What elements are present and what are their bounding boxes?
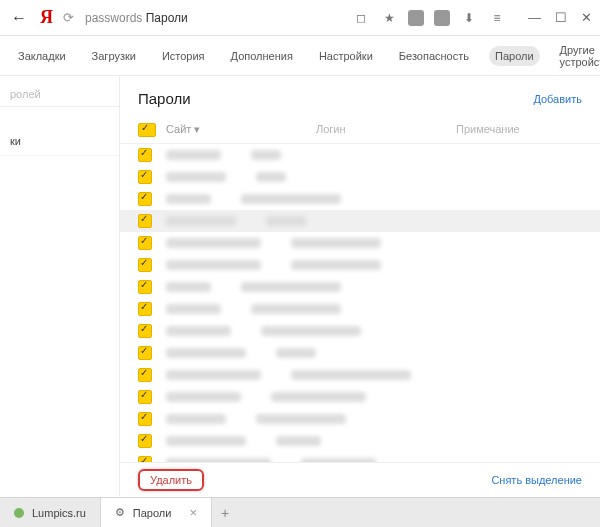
toolbar-icons: ◻ ★ ⬇ ≡ (352, 9, 506, 27)
sidebar-search[interactable]: ролей (0, 82, 119, 107)
tab-settings[interactable]: Настройки (313, 46, 379, 66)
table-row[interactable] (120, 144, 600, 166)
extension-icon[interactable]: ◻ (352, 9, 370, 27)
row-checkbox[interactable] (138, 412, 152, 426)
login-cell (266, 216, 306, 226)
table-row[interactable] (120, 430, 600, 452)
row-checkbox[interactable] (138, 302, 152, 316)
site-cell (166, 326, 231, 336)
tab-other-devices[interactable]: Другие устройства (554, 40, 600, 72)
page-title: Пароли (138, 90, 191, 107)
close-tab-icon[interactable]: × (189, 505, 197, 520)
tab-label: Пароли (133, 507, 172, 519)
col-site[interactable]: Сайт ▾ (166, 123, 316, 137)
login-cell (241, 194, 341, 204)
row-checkbox[interactable] (138, 170, 152, 184)
minimize-button[interactable]: — (528, 10, 541, 25)
close-window-button[interactable]: ✕ (581, 10, 592, 25)
site-cell (166, 150, 221, 160)
row-checkbox[interactable] (138, 148, 152, 162)
tab-passwords[interactable]: Пароли (489, 46, 540, 66)
maximize-button[interactable]: ☐ (555, 10, 567, 25)
row-checkbox[interactable] (138, 434, 152, 448)
site-cell (166, 238, 261, 248)
site-cell (166, 370, 261, 380)
site-cell (166, 436, 246, 446)
table-row[interactable] (120, 386, 600, 408)
row-checkbox[interactable] (138, 192, 152, 206)
col-note: Примечание (456, 123, 582, 137)
login-cell (256, 414, 346, 424)
row-checkbox[interactable] (138, 324, 152, 338)
table-row[interactable] (120, 320, 600, 342)
browser-tab-strip: Lumpics.ru ⚙ Пароли × + (0, 497, 600, 527)
row-checkbox[interactable] (138, 346, 152, 360)
adblock-icon[interactable] (408, 10, 424, 26)
content-area: ролей ки Пароли Добавить Сайт ▾ Логин Пр… (0, 76, 600, 496)
main-panel: Пароли Добавить Сайт ▾ Логин Примечание … (120, 76, 600, 496)
login-cell (251, 150, 281, 160)
table-row[interactable] (120, 298, 600, 320)
tab-downloads[interactable]: Загрузки (86, 46, 142, 66)
bookmark-star-icon[interactable]: ★ (380, 9, 398, 27)
tab-bookmarks[interactable]: Закладки (12, 46, 72, 66)
table-footer: Удалить Снять выделение (120, 462, 600, 496)
window-controls: — ☐ ✕ (528, 10, 592, 25)
table-row[interactable] (120, 342, 600, 364)
row-checkbox[interactable] (138, 258, 152, 272)
table-row[interactable] (120, 254, 600, 276)
site-cell (166, 414, 226, 424)
tab-history[interactable]: История (156, 46, 211, 66)
table-header: Сайт ▾ Логин Примечание (120, 117, 600, 144)
row-checkbox[interactable] (138, 236, 152, 250)
menu-icon[interactable]: ≡ (488, 9, 506, 27)
new-tab-button[interactable]: + (212, 505, 238, 521)
sidebar-item[interactable]: ки (0, 127, 119, 156)
select-all-checkbox[interactable] (138, 123, 156, 137)
yandex-logo[interactable]: Я (40, 7, 53, 28)
address-bar[interactable]: passwords Пароли (85, 11, 346, 25)
site-cell (166, 216, 236, 226)
table-row[interactable] (120, 188, 600, 210)
tab-addons[interactable]: Дополнения (225, 46, 299, 66)
site-cell (166, 194, 211, 204)
delete-button[interactable]: Удалить (138, 469, 204, 491)
login-cell (276, 436, 321, 446)
site-cell (166, 348, 246, 358)
login-cell (256, 172, 286, 182)
row-checkbox[interactable] (138, 214, 152, 228)
table-row[interactable] (120, 408, 600, 430)
add-button[interactable]: Добавить (533, 93, 582, 105)
table-row[interactable] (120, 364, 600, 386)
back-button[interactable]: ← (8, 9, 30, 27)
site-cell (166, 392, 241, 402)
deselect-button[interactable]: Снять выделение (491, 474, 582, 486)
download-icon[interactable]: ⬇ (460, 9, 478, 27)
row-checkbox[interactable] (138, 390, 152, 404)
table-body (120, 144, 600, 474)
table-row[interactable] (120, 166, 600, 188)
table-row[interactable] (120, 276, 600, 298)
login-cell (291, 260, 381, 270)
site-cell (166, 282, 211, 292)
favicon-icon (14, 508, 24, 518)
gear-icon: ⚙ (115, 506, 125, 519)
site-cell (166, 260, 261, 270)
main-header: Пароли Добавить (120, 76, 600, 117)
address-path: passwords (85, 11, 142, 25)
tab-security[interactable]: Безопасность (393, 46, 475, 66)
login-cell (291, 370, 411, 380)
passwords-table: Сайт ▾ Логин Примечание (120, 117, 600, 496)
row-checkbox[interactable] (138, 368, 152, 382)
shield-icon[interactable] (434, 10, 450, 26)
reload-icon[interactable]: ⟳ (63, 10, 79, 25)
settings-nav: Закладки Загрузки История Дополнения Нас… (0, 36, 600, 76)
table-row[interactable] (120, 232, 600, 254)
login-cell (241, 282, 341, 292)
address-title: Пароли (146, 11, 188, 25)
table-row[interactable] (120, 210, 600, 232)
row-checkbox[interactable] (138, 280, 152, 294)
browser-tab-lumpics[interactable]: Lumpics.ru (0, 498, 101, 528)
col-login: Логин (316, 123, 456, 137)
browser-tab-passwords[interactable]: ⚙ Пароли × (101, 498, 212, 528)
